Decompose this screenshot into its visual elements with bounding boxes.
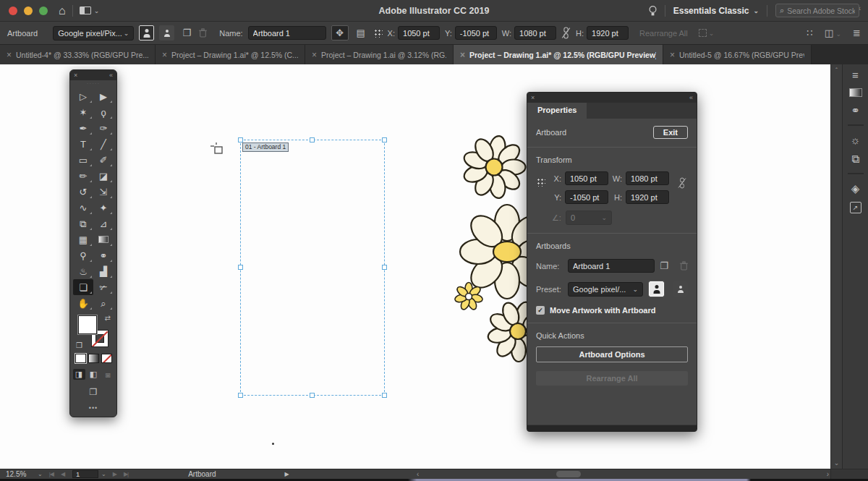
eyedropper-tool[interactable]: ⚲ — [73, 247, 93, 263]
horizontal-scrollbar[interactable]: ‹ › — [415, 469, 830, 479]
scroll-down-icon[interactable]: ⌄ — [834, 459, 840, 467]
selection-tool[interactable]: ▷ — [73, 88, 93, 104]
scroll-up-icon[interactable]: ˆ — [835, 67, 838, 74]
delete-artboard-icon[interactable] — [199, 28, 207, 38]
minimize-window-button[interactable] — [24, 7, 33, 15]
link-dimensions-icon[interactable] — [561, 27, 571, 39]
none-button[interactable] — [101, 354, 112, 363]
document-tab[interactable]: × Project – Drawing 1.ai* @ 12.5% (RGB/G… — [454, 45, 663, 64]
resize-handle[interactable] — [238, 265, 243, 270]
new-artboard-icon[interactable]: ❐ — [179, 25, 194, 41]
color-button[interactable] — [75, 354, 86, 363]
close-window-button[interactable] — [9, 7, 17, 15]
lightbulb-icon[interactable] — [649, 5, 657, 17]
screen-mode-button[interactable]: ❐ — [70, 387, 116, 397]
close-icon[interactable]: × — [312, 50, 317, 60]
close-icon[interactable]: × — [162, 50, 167, 60]
workspace-switcher[interactable]: Essentials Classic ⌄ — [673, 6, 759, 16]
line-segment-tool[interactable]: ╱ — [93, 136, 114, 152]
reference-point-grid[interactable] — [373, 28, 383, 38]
scroll-left-icon[interactable]: ‹ — [417, 470, 419, 478]
isolate-selection-dropdown[interactable]: ⌄ — [699, 29, 715, 37]
move-artwork-toggle[interactable]: ✥ — [331, 25, 349, 41]
collapse-icon[interactable]: « — [109, 72, 113, 79]
portrait-orientation-button[interactable] — [649, 281, 664, 297]
scroll-right-icon[interactable]: › — [827, 470, 829, 478]
move-artwork-checkbox[interactable]: ✓ — [536, 306, 545, 315]
artboard-options-icon[interactable]: ▤ — [354, 25, 368, 41]
draw-behind-mode[interactable]: ◧ — [88, 369, 100, 380]
slice-tool[interactable]: ✃ — [93, 279, 114, 295]
export-panel-icon[interactable]: ↗ — [850, 202, 861, 213]
scrollbar-thumb[interactable] — [556, 471, 581, 477]
resize-handle[interactable] — [238, 393, 243, 398]
x-input[interactable] — [565, 171, 608, 185]
scale-tool[interactable]: ⇲ — [93, 184, 114, 200]
zoom-tool[interactable]: ⌕ — [93, 295, 114, 311]
hand-tool[interactable]: ✋ — [73, 295, 93, 311]
pen-tool[interactable]: ✒ — [73, 120, 93, 136]
shape-builder-tool[interactable]: ⧉ — [73, 216, 93, 231]
close-icon[interactable]: × — [74, 72, 77, 79]
stock-search-box[interactable]: ⌕ — [775, 4, 859, 17]
magic-wand-tool[interactable]: ✶ — [73, 104, 93, 120]
direct-selection-tool[interactable]: ▶ — [93, 88, 114, 104]
resize-handle[interactable] — [238, 137, 243, 142]
close-icon[interactable]: × — [460, 50, 465, 60]
width-tool[interactable]: ∿ — [73, 200, 93, 216]
fill-swatch[interactable] — [78, 315, 97, 334]
dock-divider[interactable] — [848, 173, 864, 174]
artboard-preset-dropdown[interactable]: Google pixel/Pix... ⌄ — [53, 26, 134, 41]
preset-dropdown[interactable]: Google pixel/... ⌄ — [568, 282, 643, 297]
last-artboard-icon[interactable]: ▶| — [124, 471, 128, 477]
drag-grip[interactable]: ····· — [70, 80, 116, 88]
w-input[interactable] — [514, 26, 556, 40]
artboards-panel-icon[interactable]: ⧉ — [851, 153, 859, 164]
close-icon[interactable]: × — [7, 50, 12, 60]
gradient-panel-icon[interactable] — [849, 88, 862, 97]
new-artboard-icon[interactable]: ❐ — [657, 258, 671, 273]
canvas[interactable]: 01 - Artboard 1 — [0, 64, 830, 469]
free-transform-tool[interactable]: ✦ — [93, 200, 114, 216]
document-layout-dropdown[interactable]: ⌄ — [80, 7, 100, 14]
document-tab[interactable]: × Untitled-4* @ 33.33% (RGB/GPU Pre... — [0, 45, 156, 64]
y-input[interactable] — [565, 190, 608, 204]
collapse-icon[interactable]: « — [689, 95, 693, 101]
document-tab[interactable]: × Project – Drawing 1.ai @ 3.12% (RG... — [305, 45, 454, 64]
x-input[interactable] — [398, 26, 440, 40]
perspective-grid-tool[interactable]: ⊿ — [93, 216, 114, 231]
artboard-name-input[interactable] — [248, 26, 326, 40]
first-artboard-icon[interactable]: |◀ — [49, 471, 54, 477]
panel-resize-edge[interactable] — [527, 425, 697, 431]
resize-handle[interactable] — [382, 393, 387, 398]
exit-button[interactable]: Exit — [653, 126, 688, 139]
lasso-tool[interactable]: ϙ — [93, 104, 114, 120]
rearrange-all-button[interactable]: Rearrange All — [536, 371, 688, 386]
align-distribute-icon[interactable]: ◫ ⌄ — [825, 27, 841, 38]
resize-handle[interactable] — [382, 265, 387, 270]
curvature-tool[interactable]: ✑ — [93, 120, 114, 136]
y-input[interactable] — [455, 26, 497, 40]
paintbrush-tool[interactable]: ✐ — [93, 152, 114, 168]
landscape-orientation-button[interactable] — [673, 281, 688, 297]
artboard-tool[interactable]: ❏ — [73, 279, 93, 295]
chevron-down-icon[interactable]: ⌄ — [101, 471, 106, 477]
panel-menu-icon[interactable]: ≡ — [852, 69, 859, 80]
symbol-sprayer-tool[interactable]: ♨ — [73, 263, 93, 279]
reference-point-grid[interactable] — [536, 177, 545, 187]
chevron-down-icon[interactable]: ⌄ — [38, 471, 43, 477]
zoom-level[interactable]: 12.5% — [6, 470, 35, 478]
appearance-panel-icon[interactable]: ☼ — [851, 135, 861, 145]
swap-fill-stroke-icon[interactable]: ⇄ — [105, 314, 111, 322]
home-icon[interactable]: ⌂ — [59, 5, 66, 17]
tab-properties[interactable]: Properties — [527, 103, 587, 119]
layers-panel-icon[interactable]: ◈ — [851, 183, 860, 194]
artboard-name-input[interactable] — [568, 259, 655, 273]
column-graph-tool[interactable]: ▟ — [93, 263, 114, 279]
w-input[interactable] — [626, 171, 669, 185]
mesh-tool[interactable]: ▦ — [73, 231, 93, 247]
document-tab[interactable]: × Untitled-5 @ 16.67% (RGB/GPU Prev... — [663, 45, 812, 64]
artboard-number-input[interactable] — [72, 470, 98, 478]
resize-handle[interactable] — [382, 137, 387, 142]
list-options-icon[interactable]: ≣ — [853, 27, 861, 38]
